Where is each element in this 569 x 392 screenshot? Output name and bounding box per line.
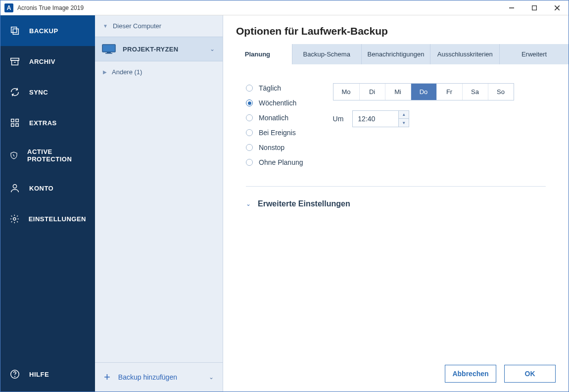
- radio-bei-ereignis[interactable]: Bei Ereignis: [246, 129, 303, 137]
- app-icon: A: [4, 3, 13, 12]
- ok-button[interactable]: OK: [504, 365, 556, 383]
- svg-rect-5: [13, 29, 18, 34]
- svg-rect-12: [16, 124, 19, 127]
- svg-point-13: [13, 185, 16, 188]
- time-label: Um: [333, 115, 344, 123]
- help-icon: [9, 369, 20, 380]
- tab-erweitert[interactable]: Erweitert: [499, 44, 569, 64]
- add-backup-button[interactable]: + Backup hinzufügen ⌄: [95, 362, 223, 392]
- day-mo[interactable]: Mo: [333, 84, 359, 100]
- sidebar-item-label: EXTRAS: [29, 119, 57, 127]
- tab-benachrichtigungen[interactable]: Benachrichtigungen: [361, 44, 430, 64]
- day-fr[interactable]: Fr: [436, 84, 462, 100]
- radio-label: Bei Ereignis: [259, 129, 296, 137]
- day-do[interactable]: Do: [411, 84, 436, 100]
- divider: [246, 186, 546, 187]
- chevron-down-icon: ⌄: [209, 374, 214, 381]
- svg-rect-4: [11, 27, 17, 33]
- sidebar-item-label: KONTO: [29, 185, 53, 192]
- svg-point-14: [13, 217, 16, 220]
- sidebar-item-einstellungen[interactable]: EINSTELLUNGEN: [0, 203, 95, 234]
- tree-header-label: Andere (1): [112, 68, 142, 76]
- radio-ohne-planung[interactable]: Ohne Planung: [246, 158, 303, 166]
- day-mi[interactable]: Mi: [385, 84, 411, 100]
- minimize-button[interactable]: [500, 0, 523, 15]
- chevron-right-icon: ▶: [103, 69, 107, 75]
- tree-header-this-computer[interactable]: ▼ Dieser Computer: [95, 15, 223, 37]
- chevron-down-icon: ⌄: [210, 46, 215, 52]
- radio-taeglich[interactable]: Täglich: [246, 84, 303, 92]
- sidebar-item-label: BACKUP: [29, 27, 58, 35]
- time-spinner-up[interactable]: ▲: [399, 111, 409, 119]
- chevron-down-icon: ⌄: [246, 200, 251, 207]
- page-title: Optionen für Laufwerk-Backup: [223, 15, 569, 44]
- monitor-icon: [102, 44, 116, 54]
- backup-icon: [9, 25, 20, 36]
- sidebar-item-hilfe[interactable]: HILFE: [0, 357, 95, 392]
- advanced-settings-toggle[interactable]: ⌄ Erweiterte Einstellungen: [246, 199, 546, 208]
- shield-icon: [9, 150, 18, 161]
- svg-rect-9: [11, 119, 14, 122]
- radio-label: Täglich: [259, 84, 281, 92]
- day-di[interactable]: Di: [359, 84, 385, 100]
- sidebar-item-label: ACTIVE PROTECTION: [27, 148, 86, 163]
- radio-label: Nonstop: [259, 144, 284, 151]
- svg-rect-17: [102, 45, 115, 52]
- sync-icon: [9, 87, 20, 98]
- schedule-radio-group: Täglich Wöchentlich Monatlich Bei Ereign…: [246, 84, 303, 166]
- sidebar-item-archiv[interactable]: ARCHIV: [0, 46, 95, 77]
- maximize-button[interactable]: [523, 0, 546, 15]
- svg-rect-11: [11, 124, 14, 127]
- svg-rect-7: [12, 60, 18, 65]
- day-so[interactable]: So: [488, 84, 514, 100]
- tab-ausschlusskriterien[interactable]: Ausschlusskriterien: [430, 44, 499, 64]
- plus-icon: +: [104, 371, 110, 384]
- add-backup-label: Backup hinzufügen: [118, 373, 177, 381]
- radio-nonstop[interactable]: Nonstop: [246, 144, 303, 151]
- chevron-down-icon: ▼: [103, 23, 108, 29]
- tree-header-andere[interactable]: ▶ Andere (1): [95, 61, 223, 83]
- backup-list-panel: ▼ Dieser Computer PROJEKT-RYZEN ⌄ ▶ Ande…: [95, 15, 223, 392]
- tabs: Planung Backup-Schema Benachrichtigungen…: [223, 44, 569, 64]
- archive-icon: [9, 56, 20, 67]
- settings-icon: [9, 213, 20, 224]
- weekday-selector: Mo Di Mi Do Fr Sa So: [333, 83, 514, 100]
- titlebar: A Acronis True Image 2019: [0, 0, 569, 15]
- sidebar-item-label: SYNC: [29, 89, 48, 96]
- radio-label: Monatlich: [259, 114, 288, 122]
- account-icon: [9, 183, 20, 194]
- svg-point-16: [15, 376, 15, 377]
- window-title: Acronis True Image 2019: [17, 4, 500, 11]
- radio-woechentlich[interactable]: Wöchentlich: [246, 99, 303, 107]
- time-spinner-down[interactable]: ▼: [399, 119, 409, 127]
- radio-label: Ohne Planung: [259, 158, 303, 166]
- svg-rect-10: [16, 119, 19, 122]
- advanced-settings-label: Erweiterte Einstellungen: [258, 199, 350, 208]
- cancel-button[interactable]: Abbrechen: [445, 365, 496, 383]
- svg-rect-1: [532, 5, 537, 10]
- time-input[interactable]: [353, 111, 398, 127]
- sidebar-item-extras[interactable]: EXTRAS: [0, 107, 95, 138]
- radio-label: Wöchentlich: [259, 99, 296, 107]
- sidebar-item-backup[interactable]: BACKUP: [0, 15, 95, 46]
- tree-header-label: Dieser Computer: [113, 22, 161, 30]
- backup-item-label: PROJEKT-RYZEN: [123, 46, 210, 53]
- sidebar-item-label: HILFE: [29, 371, 49, 378]
- sidebar-item-konto[interactable]: KONTO: [0, 173, 95, 203]
- sidebar-item-sync[interactable]: SYNC: [0, 77, 95, 107]
- radio-monatlich[interactable]: Monatlich: [246, 114, 303, 122]
- tab-backup-schema[interactable]: Backup-Schema: [292, 44, 361, 64]
- close-button[interactable]: [546, 0, 569, 15]
- sidebar-item-active-protection[interactable]: ACTIVE PROTECTION: [0, 138, 95, 173]
- backup-item-projekt-ryzen[interactable]: PROJEKT-RYZEN ⌄: [95, 37, 223, 61]
- main-content: Optionen für Laufwerk-Backup Planung Bac…: [223, 15, 569, 392]
- tab-planung[interactable]: Planung: [223, 44, 292, 64]
- extras-icon: [9, 117, 20, 128]
- sidebar-item-label: EINSTELLUNGEN: [29, 215, 86, 223]
- svg-rect-18: [107, 52, 111, 53]
- sidebar-item-label: ARCHIV: [29, 58, 55, 65]
- svg-rect-19: [105, 53, 112, 54]
- day-sa[interactable]: Sa: [462, 84, 488, 100]
- sidebar: BACKUP ARCHIV SYNC EXTRAS ACTIVE PROTECT…: [0, 15, 95, 392]
